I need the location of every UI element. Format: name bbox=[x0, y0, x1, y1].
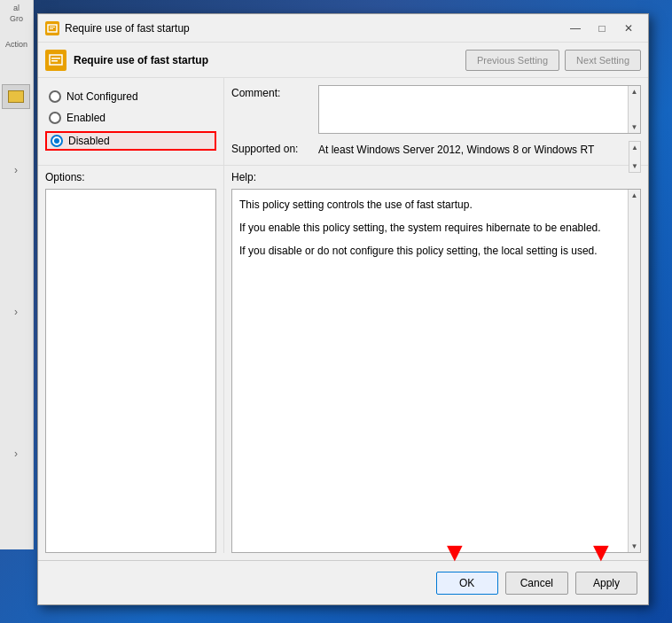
options-section-label: Options: bbox=[38, 166, 224, 189]
help-scroll-down-icon[interactable]: ▼ bbox=[631, 542, 638, 550]
window-controls: — □ ✕ bbox=[563, 19, 641, 37]
section-labels-row: Options: Help: bbox=[38, 166, 648, 189]
arrow-apply-indicator: ▼ bbox=[588, 539, 614, 565]
options-box bbox=[45, 189, 216, 553]
dialog-header-icon bbox=[45, 50, 66, 71]
help-section-label: Help: bbox=[224, 166, 263, 189]
help-para-1: This policy setting controls the use of … bbox=[239, 197, 633, 213]
svg-rect-4 bbox=[51, 58, 60, 59]
radio-label-enabled: Enabled bbox=[66, 112, 105, 124]
radio-input-disabled[interactable] bbox=[51, 135, 63, 147]
minimize-button[interactable]: — bbox=[563, 19, 588, 37]
sidebar-label-1: al bbox=[2, 4, 31, 14]
footer: ▼ ▼ OK Cancel Apply bbox=[38, 560, 648, 604]
radio-input-not-configured[interactable] bbox=[49, 90, 61, 103]
sidebar-arrow-3[interactable]: › bbox=[0, 443, 32, 464]
sidebar-arrow-2[interactable]: › bbox=[0, 301, 32, 323]
comment-box[interactable]: ▲ ▼ bbox=[318, 85, 641, 134]
radio-input-enabled[interactable] bbox=[49, 112, 61, 124]
radio-not-configured[interactable]: Not Configured bbox=[45, 89, 216, 105]
radio-disabled[interactable]: Disabled bbox=[45, 131, 216, 151]
comment-label: Comment: bbox=[231, 85, 311, 99]
nav-buttons: Previous Setting Next Setting bbox=[465, 50, 641, 71]
sidebar-icon-box bbox=[2, 84, 30, 109]
dialog-header: Require use of fast startup Previous Set… bbox=[38, 43, 648, 78]
next-setting-button[interactable]: Next Setting bbox=[565, 50, 641, 71]
sup-scroll-up[interactable]: ▲ bbox=[631, 144, 638, 152]
close-button[interactable]: ✕ bbox=[616, 19, 641, 37]
bg-sidebar: al Gro Action › › › bbox=[0, 0, 34, 549]
svg-rect-1 bbox=[50, 27, 55, 27]
options-box-container bbox=[38, 189, 224, 553]
scroll-up-icon[interactable]: ▲ bbox=[631, 88, 638, 96]
supported-scrollbar[interactable]: ▲ ▼ bbox=[629, 141, 641, 173]
help-scroll-up-icon[interactable]: ▲ bbox=[631, 191, 638, 199]
titlebar: Require use of fast startup — □ ✕ bbox=[38, 14, 648, 43]
titlebar-title: Require use of fast startup bbox=[65, 22, 558, 35]
supported-area: At least Windows Server 2012, Windows 8 … bbox=[318, 141, 641, 158]
comment-scrollbar[interactable]: ▲ ▼ bbox=[628, 86, 640, 133]
apply-button[interactable]: Apply bbox=[575, 572, 637, 595]
help-para-2: If you enable this policy setting, the s… bbox=[239, 220, 633, 236]
radio-enabled[interactable]: Enabled bbox=[45, 110, 216, 126]
sidebar-label-2: Gro bbox=[2, 14, 31, 25]
scroll-down-icon[interactable]: ▼ bbox=[631, 123, 638, 131]
help-box: This policy setting controls the use of … bbox=[231, 189, 641, 553]
help-text-content: This policy setting controls the use of … bbox=[232, 190, 640, 273]
supported-text: At least Windows Server 2012, Windows 8 … bbox=[318, 141, 641, 158]
supported-row: Supported on: At least Windows Server 20… bbox=[231, 141, 641, 158]
comment-row: Comment: ▲ ▼ bbox=[231, 85, 641, 134]
bottom-boxes: This policy setting controls the use of … bbox=[38, 189, 648, 560]
ok-button[interactable]: OK bbox=[436, 572, 498, 595]
sup-scroll-down[interactable]: ▼ bbox=[631, 162, 638, 170]
svg-rect-3 bbox=[50, 55, 62, 65]
radio-label-not-configured: Not Configured bbox=[66, 90, 138, 103]
svg-rect-5 bbox=[51, 60, 58, 62]
supported-label: Supported on: bbox=[231, 141, 311, 155]
svg-rect-2 bbox=[50, 28, 53, 29]
dialog-window: Require use of fast startup — □ ✕ Requir… bbox=[37, 13, 649, 605]
sidebar-label-3: Action bbox=[2, 40, 31, 51]
help-para-3: If you disable or do not configure this … bbox=[239, 243, 633, 259]
help-box-container: This policy setting controls the use of … bbox=[224, 189, 648, 553]
cancel-button[interactable]: Cancel bbox=[505, 572, 568, 595]
radio-panel: Not Configured Enabled Disabled bbox=[38, 78, 224, 165]
radio-label-disabled: Disabled bbox=[68, 135, 110, 147]
titlebar-icon bbox=[45, 21, 59, 35]
help-scrollbar[interactable]: ▲ ▼ bbox=[628, 190, 640, 552]
maximize-button[interactable]: □ bbox=[590, 19, 614, 37]
sidebar-arrow-1[interactable]: › bbox=[0, 160, 32, 181]
dialog-header-title: Require use of fast startup bbox=[74, 54, 458, 66]
prev-setting-button[interactable]: Previous Setting bbox=[465, 50, 559, 71]
arrow-ok-indicator: ▼ bbox=[441, 539, 468, 565]
info-panel: Comment: ▲ ▼ Supported on: At least Wind… bbox=[224, 78, 648, 165]
